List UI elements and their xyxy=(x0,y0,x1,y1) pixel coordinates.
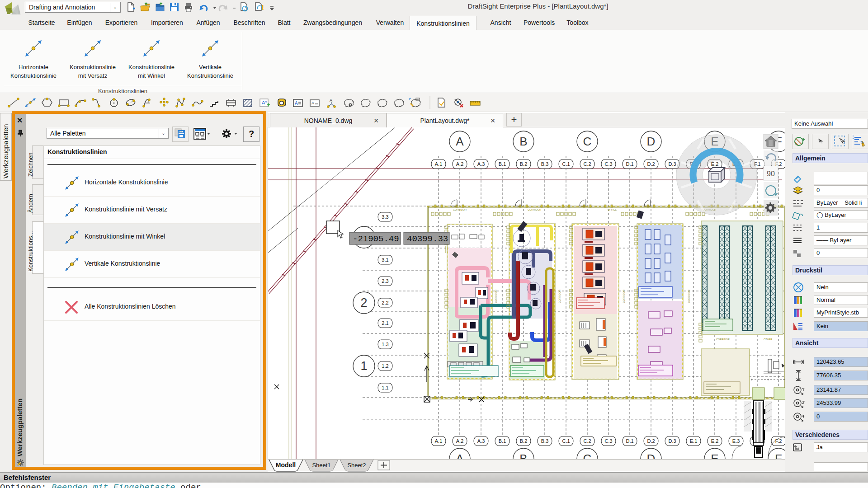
svg-text:A: A xyxy=(456,452,464,459)
svg-text:3.1: 3.1 xyxy=(382,257,388,263)
svg-text:B.2: B.2 xyxy=(520,161,528,167)
svg-text:D.3: D.3 xyxy=(668,438,676,444)
svg-text:2: 2 xyxy=(360,296,367,310)
svg-text:CORRIDOR: CORRIDOR xyxy=(688,290,690,303)
svg-text:A°: A° xyxy=(262,100,267,105)
svg-text:D.1: D.1 xyxy=(626,438,633,444)
svg-text:Modell: Modell xyxy=(276,461,296,469)
svg-text:1.2: 1.2 xyxy=(382,363,388,369)
svg-text:E.3: E.3 xyxy=(732,438,740,444)
svg-text:A.2: A.2 xyxy=(456,161,464,167)
svg-text:CORRIDOR: CORRIDOR xyxy=(623,290,625,303)
svg-text:2.2: 2.2 xyxy=(382,300,388,305)
svg-text:OFFICE: OFFICE xyxy=(608,208,617,211)
svg-text:A.3: A.3 xyxy=(477,438,485,444)
svg-text:CORRIDOR: CORRIDOR xyxy=(558,290,561,303)
svg-text:A: A xyxy=(311,101,314,105)
svg-text:CORRIDOR: CORRIDOR xyxy=(528,208,541,211)
svg-text:C.3: C.3 xyxy=(604,161,612,167)
svg-text:Sheet2: Sheet2 xyxy=(347,462,366,469)
svg-text:E.1: E.1 xyxy=(690,438,698,444)
svg-text:2.1: 2.1 xyxy=(382,320,388,326)
svg-text:A: A xyxy=(295,101,298,106)
svg-text:-21905.49: -21905.49 xyxy=(353,234,399,244)
svg-text:1.1: 1.1 xyxy=(382,385,388,390)
svg-text:3.3: 3.3 xyxy=(382,214,388,220)
svg-text:C.3: C.3 xyxy=(604,438,612,444)
svg-text:CORRIDOR: CORRIDOR xyxy=(453,208,467,211)
svg-text:90: 90 xyxy=(767,170,775,178)
svg-text:E.2: E.2 xyxy=(711,438,719,444)
svg-text:B.1: B.1 xyxy=(499,161,506,167)
svg-text:2.3: 2.3 xyxy=(382,278,388,284)
svg-text:B.1: B.1 xyxy=(499,438,506,444)
svg-text:C.2: C.2 xyxy=(583,438,591,444)
svg-text:40399.33: 40399.33 xyxy=(407,234,448,244)
svg-text:1.3: 1.3 xyxy=(382,342,388,347)
svg-text:E.2: E.2 xyxy=(711,161,719,167)
svg-text:B: B xyxy=(519,452,527,459)
svg-text:CORRIDOR: CORRIDOR xyxy=(495,290,497,303)
svg-text:D: D xyxy=(647,452,656,459)
svg-text:C: C xyxy=(583,135,592,148)
svg-text:A.1: A.1 xyxy=(435,438,443,444)
svg-text:D.3: D.3 xyxy=(668,161,676,167)
svg-text:C.2: C.2 xyxy=(583,161,591,167)
svg-text:A: A xyxy=(456,135,464,148)
svg-text:D.2: D.2 xyxy=(647,161,655,167)
svg-text:A.1: A.1 xyxy=(435,161,443,167)
svg-text:C: C xyxy=(583,452,592,459)
svg-text:CORRIDOR: CORRIDOR xyxy=(716,338,730,341)
svg-text:B.2: B.2 xyxy=(520,438,528,444)
svg-text:A: A xyxy=(330,98,332,103)
svg-text:D.1: D.1 xyxy=(626,161,633,167)
svg-text:D: D xyxy=(647,135,656,148)
svg-text:C.1: C.1 xyxy=(562,161,570,167)
svg-text:B.3: B.3 xyxy=(541,161,549,167)
svg-text:D.2: D.2 xyxy=(647,438,655,444)
svg-text:C.1: C.1 xyxy=(562,438,570,444)
svg-text:OTHER: OTHER xyxy=(764,338,772,341)
svg-text:F: F xyxy=(775,452,782,459)
svg-text:B: B xyxy=(519,135,527,148)
svg-text:F.2: F.2 xyxy=(775,438,782,444)
svg-text:E: E xyxy=(711,452,718,459)
svg-text:B.3: B.3 xyxy=(541,438,549,444)
svg-text:A.3: A.3 xyxy=(477,161,485,167)
svg-text:1: 1 xyxy=(360,359,367,373)
svg-text:Sheet1: Sheet1 xyxy=(312,462,330,469)
svg-text:A.2: A.2 xyxy=(456,438,464,444)
